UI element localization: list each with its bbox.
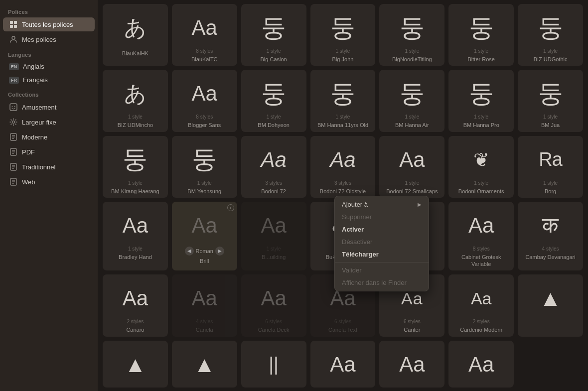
font-preview: 둥 [105, 140, 166, 180]
font-preview: ▲ [520, 278, 581, 318]
sidebar-item-amusement[interactable]: Amusement [3, 100, 95, 114]
font-browser: あ BiauKaiHK Aa 8 styles BiauKaiTC 둥 1 st… [98, 0, 588, 391]
svg-rect-1 [14, 21, 17, 24]
sidebar-item-toutes[interactable]: Toutes les polices [3, 17, 95, 31]
font-preview: Aa [243, 140, 304, 180]
context-menu-telecharger[interactable]: Télécharger [335, 248, 429, 261]
sidebar-label-toutes: Toutes les polices [22, 21, 73, 28]
sidebar-label-mes: Mes polices [22, 36, 56, 43]
context-menu-ajouter[interactable]: Ajouter à ▶ [335, 198, 429, 211]
font-preview: 둥 [243, 74, 304, 114]
font-preview: 둥 [312, 74, 374, 114]
font-card-cabinet[interactable]: Aa 8 styles Cabinet Grotesk Variable [448, 202, 514, 271]
font-styles: 1 style [336, 48, 350, 54]
font-preview: Aa [312, 140, 374, 180]
font-card-bmdohyeon[interactable]: 둥 1 style BM Dohyeon [241, 70, 306, 131]
sidebar-item-moderne[interactable]: Moderne [3, 130, 95, 144]
font-card-bigcaslon[interactable]: 둥 1 style Big Caslon [241, 4, 306, 66]
font-card-r6c6[interactable]: Aa [379, 341, 444, 388]
font-name: Borg [544, 188, 557, 195]
font-card-cambay[interactable]: क 4 styles Cambay Devanagari [518, 202, 583, 271]
prev-arrow[interactable]: ◀ [185, 247, 194, 256]
font-card-r6c7[interactable]: Aa [448, 341, 514, 388]
font-styles: 2 styles [473, 319, 490, 324]
font-styles: 6 styles [265, 319, 282, 324]
font-preview: Ra [520, 140, 581, 180]
sidebar-item-mes[interactable]: Mes polices [3, 32, 95, 46]
font-card-bmhannaair[interactable]: 둥 1 style BM Hanna Air [379, 70, 444, 131]
font-card-r6c2[interactable]: ▲ [103, 341, 168, 388]
font-name: BIZ UDMincho [117, 122, 154, 129]
font-card-blogger[interactable]: Aa 8 styles Blogger Sans [172, 70, 237, 131]
font-name: BM Yeonsung [186, 188, 222, 195]
font-card-bodoni72small[interactable]: Aa 1 style Bodoni 72 Smallcaps [379, 136, 444, 198]
font-card-bignoodle[interactable]: 둥 1 style BigNoodleTitling [379, 4, 444, 66]
font-preview: 둥 [312, 8, 374, 48]
font-card-bodoni72[interactable]: Aa 3 styles Bodoni 72 [241, 136, 306, 198]
font-card-bmhannapro[interactable]: 둥 1 style BM Hanna Pro [448, 70, 514, 131]
font-styles: 1 style [474, 180, 488, 186]
font-card-bizudmincho[interactable]: あ 1 style BIZ UDMincho [103, 70, 168, 131]
context-menu-supprimer[interactable]: Supprimer [335, 211, 429, 223]
font-name: Canela Text [327, 326, 358, 333]
font-card-bmkirang[interactable]: 둥 1 style BM Kirang Haerang [103, 136, 168, 198]
font-card-brill[interactable]: i Aa ◀ Roman ▶ Brill [172, 202, 237, 271]
font-card-bigjohn[interactable]: 둥 1 style Big John [310, 4, 376, 66]
info-icon[interactable]: i [227, 204, 234, 211]
font-card-bodoni72old[interactable]: Aa 3 styles Bodoni 72 Oldstyle [310, 136, 376, 198]
svg-rect-5 [10, 104, 17, 111]
font-styles: 1 style [128, 114, 143, 120]
font-card-canela[interactable]: Aa 4 styles Canela [172, 274, 237, 336]
font-preview: ▲ [105, 345, 166, 385]
font-card-biaukaiTC[interactable]: Aa 8 styles BiauKaiTC [172, 4, 237, 66]
context-menu-label: Supprimer [342, 213, 372, 221]
font-card-bodoniorn[interactable]: ❦ 1 style Bodoni Ornaments [448, 136, 514, 198]
font-card-biaukaiHK[interactable]: あ BiauKaiHK [103, 4, 168, 66]
font-card-building[interactable]: Aa 1 style B...uilding [241, 202, 306, 271]
context-menu-finder[interactable]: Afficher dans le Finder [335, 276, 429, 289]
font-card-bizudgothic[interactable]: 둥 1 style BIZ UDGothic [518, 4, 583, 66]
font-styles: 1 style [474, 48, 488, 54]
sidebar-item-largeur[interactable]: Largeur fixe [3, 115, 95, 129]
sidebar-item-traditionnel[interactable]: Traditionnel [3, 160, 95, 174]
font-card-cardenio[interactable]: Aa 2 styles Cardenio Modern [448, 274, 514, 336]
sidebar-item-francais[interactable]: FR Français [3, 74, 95, 86]
font-card-bmhanna11[interactable]: 둥 1 style BM Hanna 11yrs Old [310, 70, 376, 131]
font-styles: 1 style [267, 48, 281, 54]
font-card-r6c5[interactable]: Aa [310, 341, 376, 388]
font-name: Bodoni Ornaments [457, 188, 505, 195]
font-name: Blogger Sans [187, 122, 222, 129]
sidebar-item-pdf[interactable]: PDF [3, 145, 95, 159]
svg-rect-0 [10, 21, 13, 24]
collections-label: Collections [0, 87, 98, 100]
context-menu-label: Ajouter à [342, 201, 368, 208]
grid-icon [9, 20, 18, 29]
font-card-bitterrose[interactable]: 둥 1 style Bitter Rose [448, 4, 514, 66]
gear-icon [9, 118, 18, 127]
font-preview: Aa [381, 140, 442, 180]
next-arrow[interactable]: ▶ [215, 247, 224, 256]
font-card-borg[interactable]: Ra 1 style Borg [518, 136, 583, 198]
font-preview: 둥 [174, 140, 235, 180]
font-name: BM Hanna Pro [462, 122, 500, 129]
context-menu-label: Télécharger [342, 251, 379, 258]
font-preview: Aa [174, 8, 235, 48]
font-card-canaro[interactable]: Aa 2 styles Canaro [103, 274, 168, 336]
font-card-bmyeonsung[interactable]: 둥 1 style BM Yeonsung [172, 136, 237, 198]
sidebar-item-anglais[interactable]: EN Anglais [3, 60, 95, 73]
font-preview: || [243, 345, 304, 385]
font-card-bmjua[interactable]: 둥 1 style BM Jua [518, 70, 583, 131]
font-card-r6c4[interactable]: || [241, 341, 306, 388]
font-card-r6c3[interactable]: ▲ [172, 341, 237, 388]
context-menu-desactiver[interactable]: Désactiver [335, 236, 429, 248]
context-menu-valider[interactable]: Valider [335, 264, 429, 276]
sidebar-item-web[interactable]: Web [3, 175, 95, 189]
context-menu-activer[interactable]: Activer [335, 223, 429, 236]
font-card-caneladeck[interactable]: Aa 6 styles Canela Deck [241, 274, 306, 336]
font-name: Bodoni 72 Oldstyle [319, 188, 367, 195]
font-styles: 1 style [336, 114, 350, 120]
font-styles: 1 style [405, 180, 419, 186]
font-card-bradleyhand[interactable]: Aa 1 style Bradley Hand [103, 202, 168, 271]
font-card-r6c1[interactable]: ▲ [518, 274, 583, 336]
font-preview: Aa [174, 206, 235, 246]
